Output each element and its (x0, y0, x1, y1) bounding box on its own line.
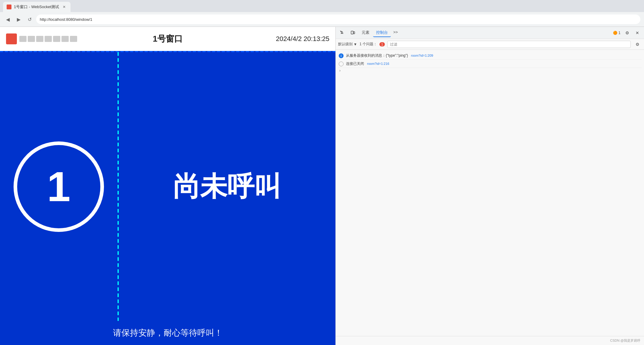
active-tab[interactable]: 1号窗口 - WebSocket测试 ✕ (3, 2, 71, 12)
svg-rect-1 (353, 32, 355, 34)
level-arrow: ▼ (353, 42, 357, 46)
left-panel: 1 (0, 52, 118, 321)
log-entry-0: i 从服务器接收到的消息：{"type":"ping"} room?id=1:2… (338, 52, 642, 60)
forward-button[interactable]: ▶ (14, 15, 23, 24)
device-icon (350, 30, 355, 35)
refresh-button[interactable]: ↺ (25, 15, 34, 24)
devtools-tabs: 元素 控制台 >> (359, 29, 400, 37)
logo-block-7 (70, 36, 77, 42)
devtools-content: i 从服务器接收到的消息：{"type":"ping"} room?id=1:2… (336, 50, 644, 336)
level-label: 默认级别 (338, 42, 353, 47)
issues-badge: 1 (379, 42, 385, 46)
devtools-close-button[interactable]: ✕ (633, 29, 642, 37)
tab-close-button[interactable]: ✕ (61, 4, 67, 10)
main-layout: 1号窗口 2024/4/2 20:13:25 1 尚未呼叫 请保持安静，耐心等待… (0, 27, 644, 345)
log-link-0[interactable]: room?id=1:209 (411, 54, 433, 57)
bottom-message: 请保持安静，耐心等待呼叫！ (0, 321, 335, 345)
tab-bar: 1号窗口 - WebSocket测试 ✕ (0, 0, 644, 12)
back-button[interactable]: ◀ (4, 15, 12, 24)
svg-rect-0 (351, 31, 353, 34)
devtools-tab-elements[interactable]: 元素 (359, 29, 372, 37)
browser-chrome: 1号窗口 - WebSocket测试 ✕ ◀ ▶ ↺ (0, 0, 644, 27)
devtools-footer: CSDN @我是罗易呼 (336, 336, 644, 345)
expand-arrow[interactable]: › (338, 68, 642, 73)
devtools-second-bar: 默认级别 ▼ 1 个问题： 1 ⚙ (336, 39, 644, 50)
app-header: 1号窗口 2024/4/2 20:13:25 (0, 27, 335, 51)
logo-block-1 (19, 36, 27, 42)
filter-settings-button[interactable]: ⚙ (633, 40, 642, 49)
window-number-circle: 1 (14, 141, 104, 232)
devtools-device-button[interactable] (348, 29, 357, 37)
log-text-0: 从服务器接收到的消息：{"type":"ping"} room?id=1:209 (346, 53, 641, 58)
tab-title: 1号窗口 - WebSocket测试 (14, 4, 59, 10)
issues-label: 1 个问题： (360, 42, 377, 47)
address-input[interactable] (36, 14, 640, 24)
window-number-text: 1 (47, 162, 71, 211)
devtools-toolbar: 元素 控制台 >> 🟠 1 ⚙ ✕ (336, 27, 644, 39)
right-panel: 尚未呼叫 (119, 52, 335, 321)
log-text-1: 连接已关闭 room?id=1:216 (346, 61, 641, 66)
address-bar-row: ◀ ▶ ↺ (0, 12, 644, 27)
logo-block-6 (61, 36, 69, 42)
logo-text-blocks (19, 36, 77, 42)
app-logo-area (6, 33, 77, 44)
logo-block-4 (45, 36, 52, 42)
log-link-1[interactable]: room?id=1:216 (367, 62, 389, 65)
status-text: 尚未呼叫 (173, 168, 281, 205)
app-area: 1号窗口 2024/4/2 20:13:25 1 尚未呼叫 请保持安静，耐心等待… (0, 27, 335, 345)
log-info-icon-1 (339, 62, 344, 66)
devtools-more-tabs[interactable]: >> (391, 29, 400, 37)
inspect-icon (340, 30, 345, 35)
log-entry-1: 连接已关闭 room?id=1:216 (338, 60, 642, 68)
devtools-tab-console[interactable]: 控制台 (373, 29, 391, 37)
app-title: 1号窗口 (153, 33, 183, 45)
app-content: 1 尚未呼叫 (0, 52, 335, 321)
filter-input[interactable] (387, 41, 631, 48)
app-datetime: 2024/4/2 20:13:25 (276, 35, 329, 43)
devtools-panel: 元素 控制台 >> 🟠 1 ⚙ ✕ 默认级别 ▼ 1 个问题： (335, 27, 644, 345)
bottom-message-text: 请保持安静，耐心等待呼叫！ (113, 327, 223, 339)
footer-text: CSDN @我是罗易呼 (610, 338, 640, 343)
logo-icon (6, 33, 17, 44)
devtools-settings-button[interactable]: ⚙ (623, 29, 631, 37)
log-info-icon-0: i (339, 53, 344, 58)
devtools-inspect-button[interactable] (338, 29, 347, 37)
devtools-badge-1: 🟠 1 (613, 31, 620, 35)
level-select[interactable]: 默认级别 ▼ (338, 42, 357, 47)
logo-block-5 (53, 36, 60, 42)
tab-favicon (7, 5, 11, 9)
logo-block-2 (28, 36, 35, 42)
logo-block-3 (36, 36, 43, 42)
